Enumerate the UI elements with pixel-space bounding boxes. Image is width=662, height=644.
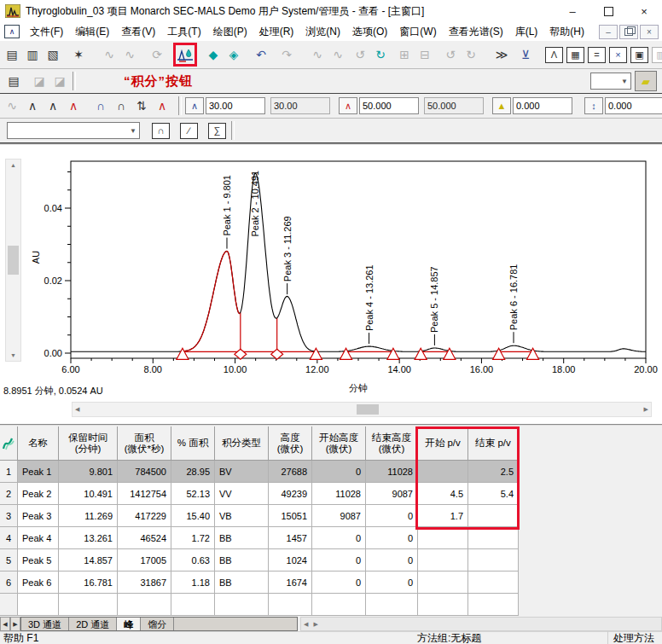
table-cell[interactable]: Peak 1 bbox=[18, 461, 59, 483]
table-cell[interactable] bbox=[312, 594, 366, 616]
copy-remove-button[interactable]: ⊟ bbox=[415, 45, 434, 64]
print-preview-button[interactable]: ▧ bbox=[44, 45, 62, 64]
table-cell[interactable] bbox=[366, 594, 418, 616]
scroll-right-icon[interactable]: ▶ bbox=[642, 403, 651, 415]
table-cell[interactable]: 14.857 bbox=[59, 549, 118, 571]
row-number-cell[interactable]: 1 bbox=[0, 461, 18, 483]
table-cell[interactable] bbox=[468, 505, 519, 527]
table-cell[interactable]: 11028 bbox=[312, 483, 366, 505]
table-cell[interactable]: 1412754 bbox=[118, 483, 171, 505]
table-cell[interactable]: 0 bbox=[366, 571, 418, 594]
tab-3d-channel[interactable]: 3D 通道 bbox=[21, 618, 69, 630]
menu-item-edit[interactable]: 编辑(E) bbox=[69, 23, 115, 41]
column-header-8[interactable]: 结束高度(微伏) bbox=[366, 426, 418, 461]
tab-scroll-left-icon[interactable]: ◀ bbox=[0, 617, 10, 631]
table-corner-cell[interactable] bbox=[0, 426, 18, 461]
min-area-icon[interactable]: ▲ bbox=[492, 97, 511, 114]
table-cell[interactable] bbox=[171, 594, 215, 616]
clipboard-report-button[interactable]: ▣ bbox=[630, 47, 648, 63]
scroll-left-icon[interactable]: ◀ bbox=[73, 403, 82, 415]
scrollbar-thumb[interactable] bbox=[357, 404, 379, 415]
table-cell[interactable]: 1024 bbox=[269, 549, 312, 571]
peak-updown-button[interactable]: ⇅ bbox=[132, 96, 151, 115]
table-cell[interactable] bbox=[215, 594, 269, 616]
table-cell[interactable]: VB bbox=[215, 505, 269, 527]
refresh-button[interactable]: ⟳ bbox=[148, 45, 166, 64]
menu-item-view[interactable]: 查看(V) bbox=[115, 23, 161, 41]
table-cell[interactable] bbox=[468, 549, 519, 571]
curve-overlay-button[interactable]: ∩ bbox=[152, 123, 170, 139]
column-header-7[interactable]: 开始高度(微伏) bbox=[312, 426, 366, 461]
table-cell[interactable]: VV bbox=[215, 483, 269, 505]
table-cell[interactable]: 11.269 bbox=[59, 505, 118, 527]
min-area-input[interactable] bbox=[513, 97, 572, 114]
maximize-button[interactable] bbox=[590, 0, 626, 22]
column-header-9[interactable]: 开始 p/v bbox=[418, 426, 468, 461]
min-height-input[interactable] bbox=[605, 97, 662, 114]
open-overlay-alt-button[interactable]: ◪ bbox=[50, 72, 69, 90]
table-cell[interactable]: 0 bbox=[366, 505, 418, 527]
tab-peaks[interactable]: 峰 bbox=[117, 618, 141, 630]
eraser-layers-button[interactable]: ▤ bbox=[4, 72, 23, 90]
droplet-redo-button[interactable]: ↻ bbox=[371, 45, 390, 64]
print-copy-button[interactable]: ▥ bbox=[23, 45, 42, 64]
table-cell[interactable]: 0 bbox=[312, 527, 366, 549]
table-cell[interactable]: 27688 bbox=[269, 461, 312, 483]
eraser-button[interactable]: ▰ bbox=[635, 71, 657, 91]
edit-marker-button[interactable]: × bbox=[609, 47, 627, 63]
table-cell[interactable]: 5.4 bbox=[468, 483, 519, 505]
table-cell[interactable] bbox=[418, 594, 468, 616]
table-cell[interactable]: 0 bbox=[312, 571, 366, 594]
column-header-1[interactable]: 名称 bbox=[18, 426, 59, 461]
table-cell[interactable]: 49239 bbox=[269, 483, 312, 505]
redo-all-button[interactable]: ↻ bbox=[462, 45, 480, 64]
table-cell[interactable]: 15.40 bbox=[171, 505, 215, 527]
row-number-cell[interactable]: 3 bbox=[0, 505, 18, 527]
droplet-undo-button[interactable]: ↺ bbox=[351, 45, 369, 64]
menu-item-tools[interactable]: 工具(T) bbox=[161, 23, 206, 41]
table-cell[interactable]: Peak 6 bbox=[18, 571, 59, 594]
table-cell[interactable] bbox=[118, 594, 171, 616]
row-number-cell[interactable]: 5 bbox=[0, 549, 18, 571]
table-cell[interactable]: 1.18 bbox=[171, 571, 215, 594]
table-cell[interactable]: 9087 bbox=[312, 505, 366, 527]
equals-view-button[interactable]: = bbox=[588, 47, 606, 63]
table-cell[interactable] bbox=[418, 461, 468, 483]
table-cell[interactable] bbox=[59, 594, 118, 616]
menu-item-library[interactable]: 库(L) bbox=[509, 23, 544, 41]
mdi-close-button[interactable]: × bbox=[640, 25, 659, 39]
open-overlay-button[interactable]: ◪ bbox=[30, 72, 49, 90]
mdi-document-icon[interactable]: ∧ bbox=[4, 25, 20, 38]
table-cell[interactable]: 784500 bbox=[118, 461, 171, 483]
table-cell[interactable] bbox=[18, 594, 59, 616]
table-cell[interactable]: 17005 bbox=[118, 549, 171, 571]
row-number-cell[interactable]: 6 bbox=[0, 571, 18, 594]
smooth-curves-button[interactable]: ∿ bbox=[100, 45, 119, 64]
menu-item-options[interactable]: 选项(O) bbox=[346, 23, 393, 41]
table-cell[interactable]: 46524 bbox=[118, 527, 171, 549]
sum-report-button[interactable]: ∑ bbox=[208, 123, 226, 139]
table-cell[interactable]: 15051 bbox=[269, 505, 312, 527]
hammer-tool-button[interactable]: ✶ bbox=[69, 45, 88, 64]
derivative-curves-button[interactable]: ∿ bbox=[120, 45, 139, 64]
baseline-peaks-button[interactable]: ∩ bbox=[91, 96, 110, 115]
report-calc-button[interactable]: ▦ bbox=[566, 47, 584, 63]
table-cell[interactable]: 16.781 bbox=[59, 571, 118, 594]
table-cell[interactable] bbox=[418, 527, 468, 549]
tab-scroll-right-icon[interactable]: ▶ bbox=[10, 617, 20, 631]
redo-button[interactable]: ↷ bbox=[277, 45, 296, 64]
row-number-cell[interactable]: 2 bbox=[0, 483, 18, 505]
column-header-2[interactable]: 保留时间(分钟) bbox=[59, 426, 118, 461]
scroll-up-icon[interactable]: ▲ bbox=[8, 160, 19, 171]
peak-threshold-input[interactable] bbox=[359, 97, 419, 114]
table-cell[interactable]: 10.491 bbox=[59, 483, 118, 505]
table-cell[interactable] bbox=[468, 527, 519, 549]
menu-item-file[interactable]: 文件(F) bbox=[24, 23, 69, 41]
peak-threshold-icon[interactable]: ∧ bbox=[339, 97, 357, 114]
table-cell[interactable]: 52.13 bbox=[171, 483, 215, 505]
scroll-left-icon[interactable]: ◀ bbox=[301, 618, 311, 630]
table-cell[interactable]: Peak 4 bbox=[18, 527, 59, 549]
tangent-line-button[interactable]: ∕ bbox=[180, 123, 198, 139]
table-cell[interactable]: BB bbox=[215, 571, 269, 594]
table-cell[interactable]: 1.7 bbox=[418, 505, 468, 527]
